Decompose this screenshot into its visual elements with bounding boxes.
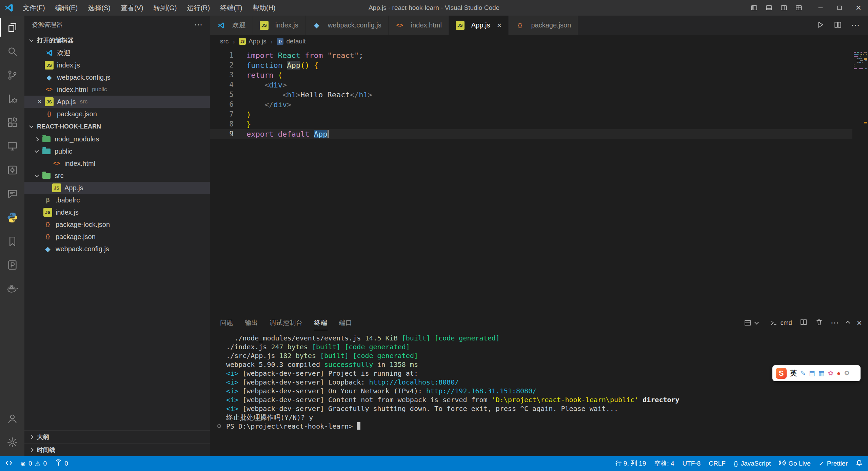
run-file-icon[interactable] [816,20,825,31]
tab-webpack-config-js[interactable]: ◆webpack.config.js [305,16,389,35]
open-editor-item[interactable]: <>index.htmlpublic [24,83,210,96]
code-editor[interactable]: 1import React from "react";2function App… [210,48,868,315]
sogou-logo-icon[interactable]: S [776,368,787,379]
code-line[interactable]: 3return ( [210,70,852,80]
keyboard-icon[interactable]: ▤ [809,369,815,377]
close-tab-icon[interactable]: × [497,21,501,30]
code-line[interactable]: 5 <h1>Hello React</h1> [210,90,852,100]
toolbox-icon[interactable]: ▦ [818,369,825,377]
code-line[interactable]: 6 </div> [210,100,852,110]
settings-sync-icon[interactable] [0,158,24,182]
tree-file-item[interactable]: {}package.json [24,231,210,243]
breadcrumb-item[interactable]: src [220,38,229,45]
tab-index-js[interactable]: JSindex.js [253,16,305,35]
notifications[interactable] [852,456,867,471]
editor-more-actions-icon[interactable]: ⋯ [851,20,860,31]
run-debug-icon[interactable] [0,87,24,111]
line-number[interactable]: 7 [210,110,234,119]
line-number[interactable]: 1 [210,51,234,60]
menu-g[interactable]: 转到(G) [149,0,182,16]
docker-icon[interactable] [0,277,24,300]
customize-layout-icon[interactable] [791,4,806,12]
menu-h[interactable]: 帮助(H) [248,0,281,16]
line-number[interactable]: 6 [210,100,234,110]
encoding[interactable]: UTF-8 [678,456,705,471]
terminal-output[interactable]: ./node_modules/events/events.js 14.5 KiB… [210,330,868,456]
hot-icon[interactable]: ● [837,370,841,377]
ime-settings-icon[interactable]: ⚙ [844,369,850,377]
tab---[interactable]: 欢迎 [210,16,253,35]
section-outline[interactable]: 大纲 [24,430,210,443]
tree-file-item[interactable]: JSindex.js [24,206,210,218]
ime-language-indicator[interactable]: 英 [790,369,797,378]
breadcrumb-item[interactable]: {}default [277,38,305,45]
project-manager-icon[interactable] [0,253,24,277]
source-control-icon[interactable] [0,63,24,87]
skin-icon[interactable]: ✿ [828,369,833,377]
tab-package-json[interactable]: {}package.json [509,16,578,35]
split-editor-icon[interactable] [833,20,842,31]
line-number[interactable]: 5 [210,90,234,100]
close-button[interactable]: × [849,0,868,16]
toggle-sidebar-icon[interactable] [747,4,762,12]
code-line[interactable]: 8} [210,119,852,129]
bookmarks-icon[interactable] [0,229,24,253]
tab-index-html[interactable]: <>index.html [389,16,449,35]
terminal-profile-selector[interactable]: cmd [770,319,792,327]
menu-f[interactable]: 文件(F) [18,0,50,16]
cursor-position[interactable]: 行 9, 列 19 [611,456,650,471]
line-number[interactable]: 8 [210,119,234,129]
panel-tab-端口[interactable]: 端口 [339,315,352,330]
open-editor-item[interactable]: JSindex.js [24,59,210,71]
toggle-panel-icon[interactable] [762,4,776,12]
open-editor-item[interactable]: ×JSApp.jssrc [24,96,210,108]
tree-file-item[interactable]: β.babelrc [24,194,210,206]
line-number[interactable]: 2 [210,60,234,70]
account-icon[interactable] [0,407,24,430]
remote-indicator[interactable] [1,456,16,471]
tab-App-js[interactable]: JSApp.js× [449,16,509,35]
open-editors-header[interactable]: 打开的编辑器 [24,34,210,47]
panel-tab-终端[interactable]: 终端 [314,315,328,330]
breadcrumb-item[interactable]: JSApp.js [239,38,267,45]
prettier[interactable]: ✓Prettier [815,456,852,471]
tree-file-item[interactable]: JSApp.js [24,182,210,194]
minimap[interactable] [852,48,868,315]
open-editor-item[interactable]: ◆webpack.config.js [24,71,210,83]
menu-e[interactable]: 编辑(E) [50,0,83,16]
panel-more-actions-icon[interactable]: ⋯ [831,318,839,328]
language-mode[interactable]: {}JavaScript [730,456,775,471]
line-number[interactable]: 3 [210,70,234,80]
tree-folder-item[interactable]: src [24,170,210,182]
open-editor-item[interactable]: 欢迎 [24,47,210,59]
code-line[interactable]: 2function App() { [210,60,852,70]
terminal-layout-icon[interactable] [744,319,762,327]
line-number[interactable]: 4 [210,80,234,90]
menu-r[interactable]: 运行(R) [182,0,215,16]
section-timeline[interactable]: 时间线 [24,443,210,456]
handwriting-icon[interactable]: ✎ [800,369,806,377]
search-icon[interactable] [0,39,24,63]
command-decoration-icon[interactable] [217,424,221,428]
problems[interactable]: ⊗0⚠0 [16,456,51,471]
code-line[interactable]: 9export default App [210,129,852,139]
tree-file-item[interactable]: {}package-lock.json [24,218,210,231]
project-root-header[interactable]: REACT-HOOK-LEARN [24,120,210,133]
explorer-icon[interactable] [0,16,24,39]
extensions-icon[interactable] [0,111,24,134]
code-line[interactable]: 1import React from "react"; [210,51,852,60]
settings-icon[interactable] [0,430,24,454]
kill-terminal-icon[interactable] [815,318,823,328]
menu-v[interactable]: 查看(V) [116,0,149,16]
tree-folder-item[interactable]: public [24,145,210,157]
remote-explorer-icon[interactable] [0,134,24,158]
line-number[interactable]: 9 [210,129,234,139]
chat-icon[interactable] [0,182,24,205]
python-icon[interactable] [0,205,24,229]
explorer-more-actions-icon[interactable]: ⋯ [194,20,202,30]
toggle-secondary-sidebar-icon[interactable] [776,4,791,12]
indentation[interactable]: 空格: 4 [650,456,678,471]
tree-file-item[interactable]: ◆webpack.config.js [24,243,210,255]
menu-s[interactable]: 选择(S) [83,0,116,16]
open-editor-item[interactable]: {}package.json [24,108,210,120]
